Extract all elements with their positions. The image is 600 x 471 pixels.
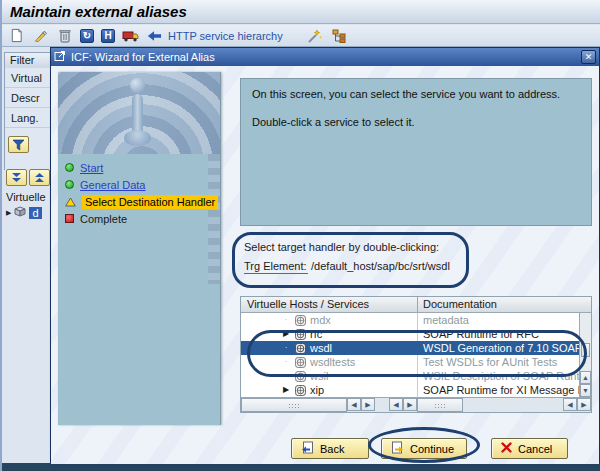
- wizard-step-label: Select Destination Handler: [82, 195, 218, 209]
- icf-wizard-dialog: ICF: Wizard for External Alias ✕ Start: [50, 47, 600, 463]
- expand-all-button[interactable]: [6, 169, 27, 186]
- screen: Maintain external aliases ↻ H HTTP servi…: [0, 0, 600, 471]
- wizard-step-label: Complete: [80, 213, 127, 225]
- back-button[interactable]: Back: [291, 438, 369, 459]
- create-icon[interactable]: [8, 28, 25, 44]
- filter-field-descr: Descr: [5, 88, 56, 108]
- tree-node-selected[interactable]: d: [29, 207, 41, 219]
- wizard-step-label[interactable]: Start: [80, 162, 103, 174]
- refresh-icon[interactable]: ↻: [80, 29, 94, 43]
- continue-button[interactable]: Continue: [381, 438, 467, 459]
- wizard-info-box: On this screen, you can select the servi…: [240, 78, 592, 226]
- hscroll-left-icon[interactable]: ◀: [389, 398, 403, 411]
- table-rows: ·mdx metadata ▶rfc SOAP Runtime for RFC …: [241, 313, 579, 397]
- filter-panel: Virtual Descr Lang.: [4, 68, 56, 170]
- service-name[interactable]: wsdltests: [310, 355, 355, 369]
- step-pending-icon: [65, 214, 74, 223]
- service-doc[interactable]: WSDL Generation of 7.10 SOAP Processor: [417, 341, 579, 355]
- scroll-up-icon[interactable]: ▲: [580, 371, 591, 384]
- scroll-down-icon[interactable]: ▼: [580, 384, 591, 397]
- transport-truck-icon[interactable]: [122, 28, 139, 44]
- tree-node-row[interactable]: ▶ d: [6, 206, 42, 219]
- hscroll-right-icon[interactable]: ▶: [361, 398, 375, 411]
- table-header-row: Virtuelle Hosts / Services Documentation: [241, 297, 591, 313]
- table-row-wsil[interactable]: ·wsil WSIL Description of SOAP Runtime R…: [241, 369, 579, 383]
- app-toolbar: ↻ H HTTP service hierarchy: [2, 25, 600, 47]
- continue-button-label: Continue: [410, 443, 454, 455]
- horizontal-scrollbar[interactable]: ◀ ▶ ◀ ▶ ◀ ▶: [241, 397, 591, 412]
- service-globe-icon: [295, 385, 306, 396]
- dialog-icon: [54, 50, 66, 64]
- service-name[interactable]: rfc: [310, 327, 322, 341]
- hscroll-thumb-hosts[interactable]: [241, 398, 347, 412]
- row-expander-icon[interactable]: ▶: [281, 383, 291, 397]
- table-row-wsdl-selected[interactable]: ·wsdl WSDL Generation of 7.10 SOAP Proce…: [241, 341, 579, 355]
- table-row-mdx[interactable]: ·mdx metadata: [241, 313, 579, 327]
- row-marker: ·: [281, 341, 291, 355]
- hscroll-right-icon[interactable]: ▶: [403, 398, 417, 411]
- wizard-step-general-data[interactable]: General Data: [65, 178, 220, 191]
- water-drop-image: [58, 72, 220, 154]
- wizard-step-select-destination-handler: Select Destination Handler: [65, 195, 220, 208]
- continue-button-icon: [391, 441, 404, 456]
- service-name[interactable]: wsil: [310, 369, 328, 383]
- trg-element-value: /default_host/sap/bc/srt/wsdl: [311, 260, 450, 272]
- column-header-hosts[interactable]: Virtuelle Hosts / Services: [241, 297, 417, 312]
- wizard-step-label[interactable]: General Data: [80, 179, 145, 191]
- app-titlebar: Maintain external aliases: [2, 0, 600, 24]
- filter-field-lang: Lang.: [5, 108, 56, 128]
- http-service-hierarchy-link[interactable]: HTTP service hierarchy: [168, 30, 283, 42]
- table-row-xip[interactable]: ▶xip SOAP Runtime for XI Message Interfa…: [241, 383, 579, 397]
- services-table: Virtuelle Hosts / Services Documentation…: [240, 296, 592, 413]
- hierarchy-icon[interactable]: [331, 28, 348, 44]
- wizard-step-start[interactable]: Start: [65, 161, 220, 174]
- service-doc[interactable]: SOAP Runtime for XI Message Interface: [417, 383, 579, 397]
- table-row-rfc[interactable]: ▶rfc SOAP Runtime for RFC: [241, 327, 579, 341]
- column-header-documentation[interactable]: Documentation: [417, 297, 591, 312]
- service-globe-icon: [295, 371, 306, 382]
- row-marker: ·: [281, 355, 291, 369]
- vertical-scrollbar[interactable]: ▲ ▼: [579, 313, 591, 397]
- wizard-roadmap-panel: Start General Data Select Destination Ha…: [58, 72, 221, 425]
- close-icon[interactable]: ✕: [581, 50, 596, 64]
- info-line-1: On this screen, you can select the servi…: [252, 88, 580, 100]
- edit-pencils-icon[interactable]: [32, 28, 49, 44]
- back-button-icon: [301, 441, 314, 456]
- dialog-titlebar[interactable]: ICF: Wizard for External Alias ✕: [51, 48, 599, 66]
- row-marker: ·: [281, 369, 291, 383]
- service-doc[interactable]: WSIL Description of SOAP Runtime Registr…: [417, 369, 579, 383]
- service-name[interactable]: wsdl: [310, 341, 332, 355]
- back-arrow-icon[interactable]: [146, 28, 163, 44]
- service-doc[interactable]: metadata: [417, 313, 579, 327]
- trg-element-label: Trg Element:: [244, 260, 308, 274]
- cancel-button[interactable]: Cancel: [491, 438, 568, 459]
- apply-filter-button[interactable]: [8, 136, 29, 153]
- window-bottom-edge: [2, 463, 600, 471]
- service-name[interactable]: xip: [310, 383, 324, 397]
- service-name[interactable]: mdx: [310, 313, 331, 327]
- dialog-body: Start General Data Select Destination Ha…: [51, 66, 599, 464]
- tree-expander-icon[interactable]: ▶: [6, 209, 11, 217]
- vertical-scroll-thumb[interactable]: [581, 343, 590, 357]
- service-doc[interactable]: Test WSDLs for AUnit Tests: [417, 355, 579, 369]
- hscroll-thumb-documentation[interactable]: [417, 398, 463, 412]
- info-icon[interactable]: H: [101, 29, 115, 43]
- target-instruction: Select target handler by double-clicking…: [244, 241, 450, 253]
- hscroll-left-icon[interactable]: ◀: [347, 398, 361, 411]
- page-title: Maintain external aliases: [10, 3, 187, 20]
- delete-trash-icon[interactable]: [56, 28, 73, 44]
- hscroll-left-icon[interactable]: ◀: [563, 398, 577, 411]
- row-expander-icon[interactable]: ▶: [281, 327, 291, 341]
- info-line-2: Double-click a service to select it.: [252, 116, 580, 128]
- wizard-wand-icon[interactable]: [307, 28, 324, 44]
- wizard-steps: Start General Data Select Destination Ha…: [58, 161, 220, 225]
- collapse-all-button[interactable]: [29, 169, 50, 186]
- hscroll-right-icon[interactable]: ▶: [577, 398, 591, 411]
- table-row-wsdltests[interactable]: ·wsdltests Test WSDLs for AUnit Tests: [241, 355, 579, 369]
- step-done-icon: [65, 163, 74, 172]
- target-handler-section: Select target handler by double-clicking…: [244, 241, 450, 274]
- service-globe-icon: [295, 329, 306, 340]
- service-globe-icon: [295, 315, 306, 326]
- wizard-step-complete: Complete: [65, 212, 220, 225]
- service-doc[interactable]: SOAP Runtime for RFC: [417, 327, 579, 341]
